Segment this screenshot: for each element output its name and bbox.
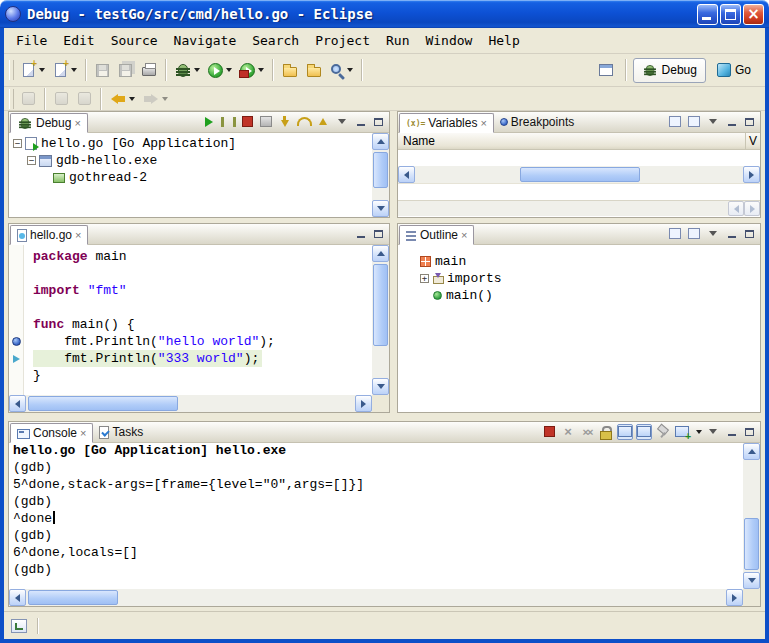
view-menu-button[interactable] — [705, 226, 721, 242]
minimize-button[interactable] — [697, 4, 718, 25]
scroll-right-button[interactable] — [744, 201, 760, 216]
save-button[interactable] — [91, 57, 114, 83]
show-stdout-button[interactable] — [617, 424, 633, 440]
minimize-view-button[interactable] — [724, 227, 739, 241]
menu-item-window[interactable]: Window — [417, 29, 480, 52]
print-button[interactable] — [137, 57, 161, 83]
new-menu-button[interactable] — [49, 57, 81, 83]
scroll-lock-button[interactable] — [598, 424, 614, 440]
maximize-view-button[interactable] — [742, 425, 757, 439]
terminate-button[interactable] — [541, 424, 557, 440]
scroll-up-button[interactable] — [372, 245, 389, 262]
tab-close-icon[interactable] — [75, 228, 81, 242]
debug-launch-button[interactable] — [171, 57, 204, 83]
forward-button[interactable] — [139, 86, 172, 112]
tab-close-icon[interactable] — [461, 228, 467, 242]
remove-launch-button[interactable] — [560, 424, 576, 440]
tab-close-icon[interactable] — [480, 116, 486, 130]
tab-editor-hello-go[interactable]: hello.go — [10, 225, 88, 245]
terminate-button[interactable] — [239, 114, 255, 130]
debug-vertical-scrollbar[interactable] — [372, 133, 389, 217]
tab-close-icon[interactable] — [80, 426, 86, 440]
back-button[interactable] — [106, 86, 139, 112]
hide-fields-button[interactable] — [686, 226, 702, 242]
fast-view-icon[interactable] — [11, 619, 27, 633]
scrollbar-thumb[interactable] — [28, 590, 118, 605]
tab-variables[interactable]: (x)= Variables — [399, 113, 494, 133]
tab-console[interactable]: Console — [10, 423, 93, 443]
scroll-left-button[interactable] — [728, 201, 744, 216]
tab-debug[interactable]: Debug — [10, 113, 88, 133]
menu-item-help[interactable]: Help — [480, 29, 527, 52]
search-button[interactable] — [326, 57, 357, 83]
console-horizontal-scrollbar[interactable] — [9, 589, 743, 606]
variables-detail-pane[interactable] — [398, 183, 760, 200]
toolbar-grip[interactable] — [9, 60, 14, 80]
minimize-view-button[interactable] — [724, 425, 739, 439]
show-stderr-button[interactable] — [636, 424, 652, 440]
maximize-view-button[interactable] — [742, 227, 757, 241]
close-button[interactable] — [743, 4, 764, 25]
show-type-names-button[interactable] — [667, 114, 683, 130]
scroll-up-button[interactable] — [372, 133, 389, 150]
tree-item[interactable]: gothread-2 — [9, 169, 372, 186]
dropdown-arrow-icon[interactable] — [696, 430, 702, 434]
menu-item-source[interactable]: Source — [103, 29, 166, 52]
scroll-left-button[interactable] — [9, 395, 26, 412]
step-into-button[interactable] — [277, 114, 293, 130]
variables-horizontal-scrollbar[interactable] — [398, 166, 760, 183]
new-wizard-button[interactable] — [17, 57, 49, 83]
scrollbar-thumb[interactable] — [373, 264, 388, 346]
scroll-left-button[interactable] — [398, 166, 415, 183]
maximize-view-button[interactable] — [371, 115, 386, 129]
expander-minus-icon[interactable]: − — [13, 139, 22, 148]
save-all-button[interactable] — [114, 57, 137, 83]
editor-vertical-scrollbar[interactable] — [372, 245, 389, 395]
maximize-view-button[interactable] — [742, 115, 757, 129]
scroll-down-button[interactable] — [743, 572, 760, 589]
variables-table[interactable] — [398, 150, 760, 166]
view-menu-button[interactable] — [705, 114, 721, 130]
scrollbar-thumb[interactable] — [28, 396, 178, 411]
open-console-button[interactable] — [674, 424, 690, 440]
step-over-button[interactable] — [296, 114, 312, 130]
scroll-right-button[interactable] — [726, 589, 743, 606]
column-value[interactable]: V — [745, 133, 760, 149]
perspective-go-button[interactable]: Go — [708, 58, 760, 83]
open-resource-button[interactable] — [302, 57, 326, 83]
expander-plus-icon[interactable]: + — [420, 274, 429, 283]
menu-item-file[interactable]: File — [8, 29, 55, 52]
tab-tasks[interactable]: Tasks — [93, 422, 149, 442]
editor-gutter[interactable] — [9, 245, 24, 395]
menu-item-run[interactable]: Run — [378, 29, 417, 52]
remove-all-launches-button[interactable] — [579, 424, 595, 440]
tree-item[interactable]: main — [416, 253, 760, 270]
sort-button[interactable] — [667, 226, 683, 242]
skip-breakpoints-button[interactable] — [17, 86, 40, 112]
open-file-button[interactable] — [278, 57, 302, 83]
menu-item-navigate[interactable]: Navigate — [166, 29, 245, 52]
scrollbar-thumb[interactable] — [520, 167, 640, 182]
scroll-down-button[interactable] — [372, 378, 389, 395]
suspend-button[interactable] — [220, 114, 236, 130]
maximize-button[interactable] — [720, 4, 741, 25]
minimize-view-button[interactable] — [353, 227, 368, 241]
tab-breakpoints[interactable]: Breakpoints — [494, 112, 580, 132]
disconnect-button[interactable] — [258, 114, 274, 130]
external-tools-button[interactable] — [236, 57, 268, 83]
perspective-debug-button[interactable]: Debug — [633, 58, 706, 83]
next-annotation-button[interactable] — [73, 86, 96, 112]
scrollbar-thumb[interactable] — [373, 152, 388, 188]
pin-console-button[interactable] — [655, 424, 671, 440]
tree-item[interactable]: −hello.go [Go Application] — [9, 135, 372, 152]
minimize-view-button[interactable] — [353, 115, 368, 129]
scroll-right-button[interactable] — [743, 166, 760, 183]
breakpoint-icon[interactable] — [12, 337, 21, 346]
scroll-down-button[interactable] — [372, 200, 389, 217]
variables-column-header[interactable]: Name V — [398, 133, 760, 150]
view-menu-button[interactable] — [334, 114, 350, 130]
menu-item-project[interactable]: Project — [307, 29, 378, 52]
maximize-view-button[interactable] — [371, 227, 386, 241]
tab-close-icon[interactable] — [74, 116, 80, 130]
scroll-right-button[interactable] — [355, 395, 372, 412]
